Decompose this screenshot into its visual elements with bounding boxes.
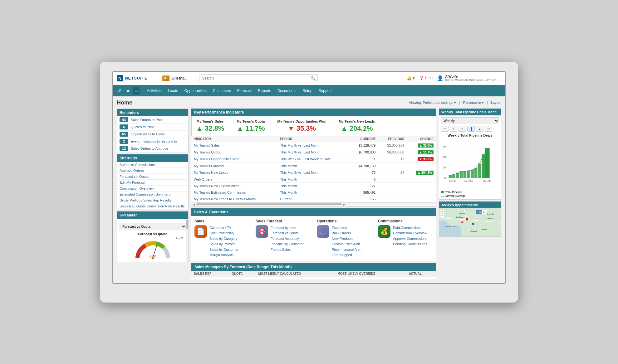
link-sales-by-customer[interactable]: Sales by Customer (209, 247, 238, 252)
pipeline-chart-title: Weekly Total Pipeline Deals (441, 133, 499, 137)
reminder-count: 6 (120, 124, 128, 129)
page-header: Home Viewing: Portlet date settings ▾ | … (117, 99, 501, 106)
link-forecast-by-item[interactable]: Forecast by Item (271, 225, 304, 231)
link-frct-by-sales[interactable]: Frct by Sales (271, 247, 304, 252)
link-approve-commissions[interactable]: Approve Commissions (393, 236, 427, 241)
link-customer-ltv[interactable]: Customer LTV (209, 225, 238, 231)
shortcut-gross-profit[interactable]: Gross Profit by Sales Rep Results (120, 198, 171, 202)
pipeline-period-select[interactable]: Weekly (441, 117, 499, 124)
link-pipeline-by-customer[interactable]: Pipeline By Customer (271, 241, 304, 247)
link-forecast-vs-quota[interactable]: Forecast vs Quota (271, 231, 304, 236)
gauge-title: Forecast vs quota (138, 232, 167, 236)
favorites-button[interactable]: ★ (124, 87, 132, 95)
svg-text:Oct '14: Oct '14 (449, 179, 457, 182)
link-sales-by-category[interactable]: Sales by Category (209, 236, 238, 241)
chart-type-bar[interactable]: ≡ (459, 126, 466, 132)
row-link[interactable]: My Team's Opportunities Won (194, 157, 239, 161)
svg-text:4.7M: 4.7M (149, 255, 156, 258)
row-link[interactable]: My Team's Forecast (194, 164, 224, 168)
scroll-thumb (196, 203, 342, 205)
shortcut-sales-rep-quote[interactable]: Sales Rep Quote Conversion Rate Results (120, 204, 185, 208)
shortcut-authorize-commissions[interactable]: Authorize Commissions (120, 163, 156, 167)
shortcut-approve-orders[interactable]: Approve Orders (120, 169, 144, 172)
kpi-leads-value: ▲ 204.2% (339, 124, 375, 133)
chart-type-area[interactable]: ◣ (476, 126, 483, 132)
back-button[interactable]: ↺ (115, 87, 123, 95)
svg-text:Half Moon Bay: Half Moon Bay (445, 226, 456, 227)
previous-cell (378, 189, 407, 196)
row-link[interactable]: My Team's New Leads to Call this Month (194, 197, 256, 201)
kpi-meter-select[interactable]: Forecast vs Quota (119, 223, 186, 230)
row-link[interactable]: My Team's Sales (194, 143, 220, 147)
reminder-sales-orders-print[interactable]: Sales Orders to Print (131, 118, 163, 122)
reminder-opportunities[interactable]: Opportunities to Close (131, 132, 165, 136)
nav-item-customers[interactable]: Customers (210, 85, 234, 96)
layout-button[interactable]: Layout (491, 101, 501, 104)
shortcut-estimated-commission[interactable]: Estimated Commission Summary (120, 192, 170, 196)
link-margin-analysis[interactable]: Margin Analysis (209, 252, 238, 258)
nav-item-documents[interactable]: Documents (274, 85, 300, 96)
previous-cell: 17 (378, 156, 407, 163)
notifications-button[interactable]: 🔔 ▾ (407, 76, 415, 80)
nav-item-setup[interactable]: Setup (299, 85, 315, 96)
link-forecast-accuracy[interactable]: Forecast Accuracy (271, 236, 304, 241)
sales-content: 📄 Customer LTV Cust Profitability Sales … (194, 225, 249, 258)
kpi-item-won: My Team's Opportunities Won ▼ 35.3% (277, 119, 326, 133)
link-pending-commissions[interactable]: Pending Commissions (393, 241, 427, 247)
personalize-button[interactable]: Personalize ▾ (463, 101, 484, 105)
chart-type-line[interactable]: 〰 (441, 126, 449, 132)
portlet-date-settings[interactable]: Viewing: Portlet date settings ▾ (409, 101, 456, 105)
row-link[interactable]: My Team's Quota (194, 150, 220, 154)
appointments-body: Map Sat... + − (439, 208, 501, 237)
user-menu[interactable]: 👤 A Wolfe Gill Inc. Wholesale Distributi… (437, 74, 501, 82)
link-price-increase-alert[interactable]: Price Increase Alert (332, 247, 361, 252)
link-back-orders[interactable]: Back Orders (332, 231, 361, 236)
link-expedites[interactable]: Expedites (332, 225, 361, 231)
kpi-item-quota: My Team's Quota ▲ 11.7% (237, 119, 265, 133)
legend-color-total (441, 191, 444, 193)
nav-item-forecast[interactable]: Forecast (234, 85, 255, 96)
reminder-sales-orders-approve[interactable]: Sales Orders to Approve (131, 147, 168, 150)
current-cell: 127 (350, 182, 378, 189)
page-title: Home (117, 99, 132, 106)
search-input[interactable] (199, 74, 318, 82)
nav-item-leads[interactable]: Leads (165, 85, 181, 96)
row-link[interactable]: My Team's Estimated Commission (194, 191, 246, 194)
row-link[interactable]: My Team's New Opportunities (194, 184, 239, 188)
row-link[interactable]: My Team's New Leads (194, 171, 228, 174)
horizontal-scrollbar[interactable]: ◀ ▶ (191, 202, 436, 206)
search-button[interactable]: 🔍 (311, 76, 316, 80)
link-sales-by-partner[interactable]: Sales by Partner (209, 241, 238, 247)
reminder-quotes-print[interactable]: Quotes to Print (131, 125, 154, 129)
home-button[interactable]: ⌂ (133, 87, 140, 95)
shortcut-edit-forecast[interactable]: Edit My Forecast (120, 181, 145, 184)
link-custom-price-alert[interactable]: Custom Price Alert (332, 241, 361, 247)
link-late-shipped[interactable]: Late Shipped (332, 252, 361, 258)
link-paid-commissions[interactable]: Paid Commissions (393, 225, 427, 231)
nav-item-support[interactable]: Support (316, 85, 335, 96)
svg-text:Sat...: Sat... (483, 211, 487, 213)
gauge-svg: 4.7M (125, 240, 181, 260)
chart-type-column[interactable]: ▐ (467, 126, 475, 132)
chart-type-wave[interactable]: ∿ (450, 126, 457, 132)
svg-text:−: − (441, 214, 443, 217)
link-new-products[interactable]: New Products (332, 236, 361, 241)
row-link[interactable]: Web Orders (194, 177, 212, 181)
help-button[interactable]: ❓ Help (419, 76, 433, 80)
legend-total-pipeline: Total Pipeline... (441, 191, 499, 194)
previous-cell (378, 176, 407, 182)
kpi-won-value: ▼ 35.3% (277, 124, 326, 133)
nav-item-reports[interactable]: Reports (255, 85, 274, 96)
reminders-panel: Reminders 43 Sales Orders to Print 6 Quo… (117, 109, 189, 152)
nav-item-opportunities[interactable]: Opportunities (181, 85, 210, 96)
link-commission-overview[interactable]: Commission Overview (393, 231, 427, 236)
current-cell: 11 (350, 156, 378, 163)
nav-item-activities[interactable]: Activities (144, 85, 164, 96)
reminders-list: 43 Sales Orders to Print 6 Quotes to Pri… (117, 116, 188, 152)
shortcut-forecast-quota[interactable]: Forecast vs. Quota (120, 175, 149, 178)
col-current: CURRENT (350, 136, 378, 142)
link-cust-profitability[interactable]: Cust Profitability (209, 231, 238, 236)
reminder-event-invitations[interactable]: Event Invitations to respond to (131, 139, 177, 143)
chart-type-dotted[interactable]: ⋯ (485, 126, 492, 132)
shortcut-commission-overview[interactable]: Commission Overview (120, 187, 154, 190)
